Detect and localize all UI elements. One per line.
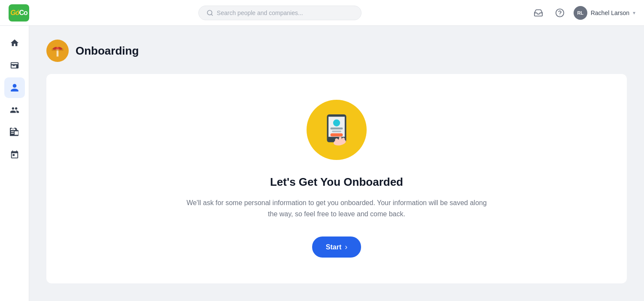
- logo-badge: GóCo: [9, 4, 29, 22]
- avatar: RL: [574, 6, 587, 20]
- card-heading: Let's Get You Onboarded: [270, 175, 403, 189]
- logo[interactable]: GóCo: [9, 4, 29, 22]
- sidebar-item-jobs[interactable]: [4, 122, 25, 143]
- jobs-icon: [10, 128, 19, 137]
- start-label: Start: [326, 243, 341, 251]
- page-icon: [46, 40, 69, 62]
- phone-illustration-icon: [317, 111, 356, 149]
- page-header: Onboarding: [46, 40, 627, 62]
- inbox-icon: [534, 8, 543, 18]
- sidebar-item-calendar[interactable]: [4, 144, 25, 165]
- sidebar: [0, 26, 29, 301]
- nav-right: RL Rachel Larson ▾: [531, 5, 635, 21]
- sidebar-item-people[interactable]: [4, 100, 25, 120]
- svg-rect-15: [332, 131, 341, 132]
- inbox-nav-icon: [10, 61, 19, 70]
- svg-point-10: [56, 47, 59, 50]
- help-icon: [555, 8, 565, 18]
- help-button[interactable]: [552, 5, 568, 21]
- start-button[interactable]: Start ›: [312, 236, 361, 258]
- top-navigation: GóCo RL Rachel Larson ▾: [0, 0, 644, 26]
- sidebar-item-home[interactable]: [4, 33, 25, 53]
- chevron-down-icon: ▾: [633, 10, 635, 16]
- onboarding-card: Let's Get You Onboarded We'll ask for so…: [46, 74, 627, 283]
- user-menu[interactable]: RL Rachel Larson ▾: [574, 6, 635, 20]
- main-content: Onboarding: [29, 26, 644, 301]
- svg-rect-20: [342, 138, 345, 143]
- svg-point-13: [333, 120, 340, 126]
- svg-rect-7: [52, 49, 64, 51]
- svg-rect-19: [339, 137, 341, 142]
- start-arrow-icon: ›: [345, 243, 347, 252]
- svg-rect-14: [331, 128, 343, 130]
- person-icon: [10, 83, 19, 92]
- search-bar[interactable]: [198, 6, 361, 20]
- card-description: We'll ask for some personal information …: [182, 197, 491, 219]
- people-icon: [10, 105, 19, 115]
- app-layout: Onboarding: [0, 0, 644, 301]
- sidebar-item-profile[interactable]: [4, 77, 25, 98]
- svg-line-1: [211, 14, 213, 15]
- svg-rect-18: [335, 138, 338, 144]
- svg-rect-16: [331, 133, 343, 136]
- calendar-icon: [10, 150, 19, 160]
- search-icon: [207, 9, 213, 16]
- onboarding-icon: [50, 43, 65, 58]
- home-icon: [10, 38, 19, 48]
- search-input[interactable]: [217, 9, 353, 16]
- user-name-label: Rachel Larson: [591, 9, 629, 16]
- page-title: Onboarding: [76, 44, 139, 58]
- onboarding-illustration: [307, 100, 367, 160]
- inbox-button[interactable]: [531, 5, 546, 21]
- sidebar-item-inbox[interactable]: [4, 55, 25, 76]
